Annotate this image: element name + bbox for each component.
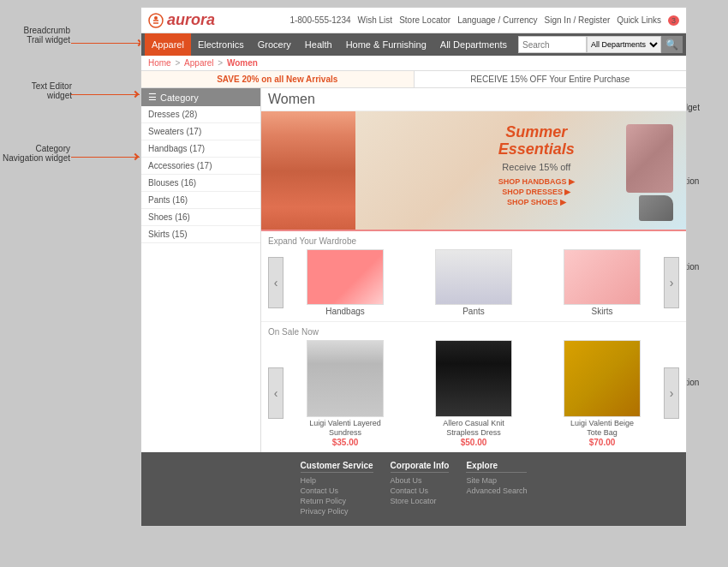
- header-phone: 1-800-555-1234: [289, 15, 350, 26]
- list-item[interactable]: Help: [301, 476, 373, 485]
- search-input[interactable]: [518, 36, 587, 53]
- list-item: Skirts (15): [141, 226, 260, 243]
- promo-right: RECEIVE 15% OFF Your Entire Purchase: [415, 71, 687, 87]
- footer-col-corporate: Corporate Info About Us Contact Us Store…: [391, 461, 450, 517]
- nav-electronics[interactable]: Electronics: [191, 33, 251, 56]
- list-item: Sweaters (17): [141, 123, 260, 140]
- list-item[interactable]: Advanced Search: [466, 486, 527, 495]
- sidebar-sweaters[interactable]: Sweaters (17): [141, 123, 260, 140]
- pants-label: Pants: [435, 307, 512, 316]
- category-navigation-annotation: Category Navigation widget: [2, 144, 70, 163]
- wardrobe-title: Expand Your Wardrobe: [268, 236, 679, 246]
- sale-item-3-name: Luigi Valenti Beige Tote Bag: [564, 419, 641, 438]
- sale-items: Luigi Valenti Layered Sundress $35.00 Al…: [283, 340, 664, 447]
- sale-item-1-name: Luigi Valenti Layered Sundress: [307, 419, 384, 438]
- sale-title: On Sale Now: [268, 327, 679, 337]
- skirts-image: [564, 249, 641, 305]
- logo: aurora: [148, 11, 215, 29]
- women-heading: Women: [261, 88, 686, 111]
- hero-subtitle: Receive 15% off: [498, 162, 575, 172]
- cart-count[interactable]: 3: [668, 15, 679, 26]
- promo-bar: SAVE 20% on all New Arrivals RECEIVE 15%…: [141, 71, 686, 88]
- list-item[interactable]: Contact Us: [391, 486, 450, 495]
- header-storelocator[interactable]: Store Locator: [399, 15, 451, 26]
- hero-title: Summer Essentials: [498, 124, 575, 158]
- nav-grocery[interactable]: Grocery: [251, 33, 298, 56]
- sale-item-3-price: $70.00: [564, 438, 641, 447]
- logo-icon: [148, 13, 164, 28]
- list-item[interactable]: About Us: [391, 476, 450, 485]
- footer-corporate-heading: Corporate Info: [391, 461, 450, 473]
- sidebar: ☰ Category Dresses (28) Sweaters (17) Ha…: [141, 88, 261, 452]
- nav-home[interactable]: Home & Furnishing: [339, 33, 433, 56]
- hero-shoe-image: [639, 195, 673, 221]
- wardrobe-carousel: ‹ Handbags Pants: [268, 249, 679, 316]
- footer-explore-heading: Explore: [466, 461, 527, 473]
- list-item: Pants (16): [141, 192, 260, 209]
- sidebar-dresses[interactable]: Dresses (28): [141, 106, 260, 122]
- pants-image: [435, 249, 512, 305]
- arrow-breadcrumb: [71, 43, 140, 44]
- list-item[interactable]: Privacy Policy: [301, 507, 373, 516]
- breadcrumb-women[interactable]: Women: [227, 58, 258, 68]
- list-item: Pants: [435, 249, 512, 316]
- text-editor-left-annotation: Text Editor widget: [12, 81, 72, 100]
- nav-search-area: All Departments 🔍: [518, 36, 683, 53]
- breadcrumb-apparel[interactable]: Apparel: [184, 58, 213, 68]
- hero-text: Summer Essentials Receive 15% off SHOP H…: [498, 124, 575, 206]
- hero-link-shoes[interactable]: SHOP SHOES ▶: [498, 198, 575, 206]
- sidebar-skirts[interactable]: Skirts (15): [141, 226, 260, 242]
- nav-apparel[interactable]: Apparel: [145, 33, 191, 56]
- handbags-label: Handbags: [307, 307, 384, 316]
- list-item: Shoes (16): [141, 209, 260, 226]
- list-item[interactable]: Site Map: [466, 476, 527, 485]
- wardrobe-prev-button[interactable]: ‹: [268, 257, 283, 308]
- list-item: Blouses (16): [141, 175, 260, 192]
- sale-item-2-name: Allero Casual Knit Strapless Dress: [435, 419, 512, 438]
- hero-link-dresses[interactable]: SHOP DRESSES ▶: [498, 188, 575, 196]
- hero-banner: Summer Essentials Receive 15% off SHOP H…: [261, 111, 686, 231]
- sidebar-accessories[interactable]: Accessories (17): [141, 158, 260, 174]
- header-language[interactable]: Language / Currency: [457, 15, 537, 26]
- breadcrumb-home[interactable]: Home: [148, 58, 171, 68]
- wardrobe-section: Expand Your Wardrobe ‹ Handbags: [261, 231, 686, 322]
- arrow-catnav: [71, 157, 140, 158]
- skirts-label: Skirts: [564, 307, 641, 316]
- logo-text: aurora: [167, 11, 215, 29]
- footer-col-customer: Customer Service Help Contact Us Return …: [301, 461, 373, 517]
- search-button[interactable]: 🔍: [661, 36, 683, 53]
- list-item[interactable]: Store Locator: [391, 497, 450, 505]
- sale-next-button[interactable]: ›: [664, 367, 679, 419]
- hero-link-handbags[interactable]: SHOP HANDBAGS ▶: [498, 177, 575, 186]
- handbags-image: [307, 249, 384, 305]
- list-item: Handbags: [307, 249, 384, 316]
- promo-left: SAVE 20% on all New Arrivals: [141, 71, 415, 87]
- sidebar-pants[interactable]: Pants (16): [141, 192, 260, 208]
- sale-item-3-image: [564, 340, 641, 417]
- sidebar-list: Dresses (28) Sweaters (17) Handbags (17)…: [141, 106, 260, 243]
- sale-prev-button[interactable]: ‹: [268, 367, 283, 419]
- header-wishlist[interactable]: Wish List: [358, 15, 393, 26]
- list-item[interactable]: Return Policy: [301, 497, 373, 505]
- sidebar-handbags[interactable]: Handbags (17): [141, 140, 260, 157]
- search-dept-select[interactable]: All Departments: [587, 36, 661, 53]
- header-quicklinks[interactable]: Quick Links: [617, 15, 661, 26]
- footer-corporate-links: About Us Contact Us Store Locator: [391, 476, 450, 505]
- footer-columns: Customer Service Help Contact Us Return …: [148, 461, 679, 517]
- sidebar-shoes[interactable]: Shoes (16): [141, 209, 260, 225]
- header-signin[interactable]: Sign In / Register: [545, 15, 611, 26]
- breadcrumb-trail-annotation: Breadcrumb Trail widget: [2, 26, 70, 45]
- footer-customer-heading: Customer Service: [301, 461, 373, 473]
- content-area: Women Summer Essentials Receive 15% off …: [261, 88, 686, 452]
- sidebar-blouses[interactable]: Blouses (16): [141, 175, 260, 191]
- sidebar-cat-header: ☰ Category: [141, 88, 260, 106]
- nav-alldepts[interactable]: All Departments: [433, 33, 514, 56]
- arrow-head-catnavs: [132, 153, 139, 160]
- list-item[interactable]: Contact Us: [301, 486, 373, 495]
- page-wrapper: aurora 1-800-555-1234 Wish List Store Lo…: [140, 7, 687, 527]
- nav-bar: Apparel Electronics Grocery Health Home …: [141, 33, 686, 56]
- list-item: Dresses (28): [141, 106, 260, 123]
- wardrobe-next-button[interactable]: ›: [664, 257, 679, 308]
- sale-section: On Sale Now ‹ Luigi Valenti Layered Sund…: [261, 322, 686, 452]
- nav-health[interactable]: Health: [298, 33, 339, 56]
